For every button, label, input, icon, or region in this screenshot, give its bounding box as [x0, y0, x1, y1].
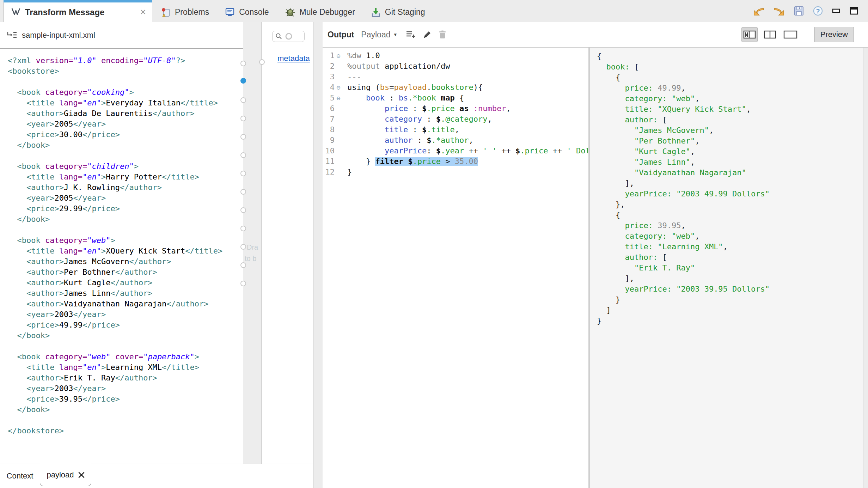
drag-anchor[interactable]: [240, 189, 246, 195]
tab-transform-message[interactable]: Transform Message ✕: [4, 0, 152, 22]
code-line: 1⊖%dw 1.0: [323, 50, 588, 61]
code-line: <book category="cooking">: [8, 87, 243, 98]
code-line: yearPrice: "2003 49.99 Dollors": [597, 189, 868, 199]
code-line: [8, 225, 243, 235]
tab-context[interactable]: Context: [0, 464, 40, 488]
code-line: {: [597, 210, 868, 220]
fold-spacer: [335, 61, 342, 72]
view-mode-two-pane-button[interactable]: [762, 27, 778, 42]
line-number: 5: [323, 93, 335, 103]
drag-anchor[interactable]: [259, 59, 265, 65]
search-input[interactable]: [272, 31, 305, 42]
code-line: </book>: [8, 404, 243, 415]
metadata-column: metadata: [262, 22, 313, 464]
minimize-icon[interactable]: [831, 6, 841, 16]
drag-anchor-mapped[interactable]: [240, 78, 246, 84]
xml-source-view[interactable]: <?xml version="1.0" encoding="UTF-8"?><b…: [0, 49, 243, 464]
line-number: 12: [323, 167, 335, 177]
view-mode-controls: Preview: [741, 22, 854, 47]
drag-anchor[interactable]: [240, 116, 246, 121]
tab-label: Mule Debugger: [300, 7, 355, 17]
drag-anchor[interactable]: [240, 152, 246, 158]
add-transform-icon[interactable]: [406, 30, 416, 39]
view-mode-single-pane-button[interactable]: [782, 27, 799, 42]
code-line: ]: [597, 305, 868, 316]
delete-trash-icon[interactable]: [438, 30, 447, 39]
code-line: "Per Bothner",: [597, 136, 868, 146]
tab-label: Transform Message: [25, 7, 104, 17]
tab-problems[interactable]: Problems: [160, 7, 209, 18]
drag-hint-text: Dra: [247, 243, 258, 251]
code-line: category: "web",: [597, 231, 868, 242]
search-toggle-icon[interactable]: [285, 32, 293, 40]
drag-anchor[interactable]: [240, 262, 246, 268]
fold-spacer: [335, 114, 342, 124]
code-line: <year>2005</year>: [8, 119, 243, 129]
code-line: <author>Giada De Laurentiis</author>: [8, 108, 243, 119]
view-tabs: Problems Console Mule Debugger Git Stagi…: [160, 2, 425, 22]
code-line: "James McGovern",: [597, 125, 868, 136]
mapping-gutter: Dra to b: [243, 22, 262, 464]
code-line: yearPrice: "2003 39.95 Dollors": [597, 284, 868, 294]
code-line: 11 } filter $.price > 35.00: [323, 156, 588, 167]
help-icon[interactable]: ?: [812, 5, 824, 17]
toolbar-right: ?: [752, 0, 859, 22]
tab-git-staging[interactable]: Git Staging: [371, 7, 425, 18]
drag-anchor[interactable]: [240, 134, 246, 140]
save-icon[interactable]: [793, 5, 805, 17]
problems-icon: [160, 7, 171, 18]
single-pane-icon: [783, 30, 797, 39]
drag-anchor[interactable]: [240, 61, 246, 66]
code-line: ],: [597, 178, 868, 189]
code-line: author: [: [597, 115, 868, 125]
code-line: author: [: [597, 252, 868, 263]
payload-dropdown[interactable]: Payload ▾: [361, 30, 397, 39]
code-line: 6 price : $.price as :number,: [323, 103, 588, 114]
code-line: 7 category : $.@category,: [323, 114, 588, 124]
debugger-bug-icon: [285, 7, 296, 18]
drag-anchor[interactable]: [240, 281, 246, 286]
fold-collapse-icon[interactable]: ⊖: [335, 50, 342, 61]
dataweave-script-editor[interactable]: 1⊖%dw 1.02 %output application/dw3 ---4⊖…: [323, 48, 588, 488]
tab-mule-debugger[interactable]: Mule Debugger: [285, 7, 355, 18]
code-line: [8, 77, 243, 87]
maximize-icon[interactable]: [849, 6, 859, 16]
tab-label: Git Staging: [385, 7, 425, 17]
drag-anchor[interactable]: [240, 244, 246, 250]
code-line: book: [: [597, 62, 868, 72]
drag-anchor[interactable]: [240, 226, 246, 231]
drag-anchor[interactable]: [240, 97, 246, 103]
input-bottom-tab-bar: Context payload: [0, 464, 313, 488]
drag-hint-text: to b: [245, 255, 256, 263]
code-line: <title lang="en">Learning XML</title>: [8, 362, 243, 373]
drag-anchor[interactable]: [240, 171, 246, 176]
code-line: 5⊖ book : bs.*book map {: [323, 93, 588, 103]
code-line: price: 49.99,: [597, 83, 868, 93]
scrollbar[interactable]: [863, 48, 868, 488]
fold-collapse-icon[interactable]: ⊖: [335, 82, 342, 93]
close-tab-icon[interactable]: ✕: [140, 8, 146, 17]
undo-icon[interactable]: [752, 5, 765, 17]
drag-anchor[interactable]: [240, 207, 246, 213]
code-line: "Kurt Cagle",: [597, 146, 868, 157]
search-icon: [275, 33, 282, 40]
code-line: <price>49.99</price>: [8, 320, 243, 330]
code-line: <author>J K. Rowling</author>: [8, 182, 243, 193]
line-number: 10: [323, 146, 335, 156]
code-line: <bookstore>: [8, 66, 243, 77]
code-line: {: [597, 72, 868, 83]
fold-spacer: [335, 146, 342, 156]
tab-payload[interactable]: payload: [40, 464, 91, 486]
code-line: "James Linn",: [597, 157, 868, 167]
fold-collapse-icon[interactable]: ⊖: [335, 93, 342, 103]
preview-button[interactable]: Preview: [814, 27, 854, 42]
tab-console[interactable]: Console: [225, 7, 269, 18]
line-number: 9: [323, 135, 335, 146]
redo-icon[interactable]: [773, 5, 786, 17]
edit-pencil-icon[interactable]: [423, 30, 432, 39]
metadata-link[interactable]: metadata: [277, 53, 310, 64]
view-mode-split-mapping-button[interactable]: [741, 27, 758, 42]
code-line: <book category="web">: [8, 235, 243, 246]
code-line: 12 }: [323, 167, 588, 177]
code-line: </bookstore>: [8, 426, 243, 436]
